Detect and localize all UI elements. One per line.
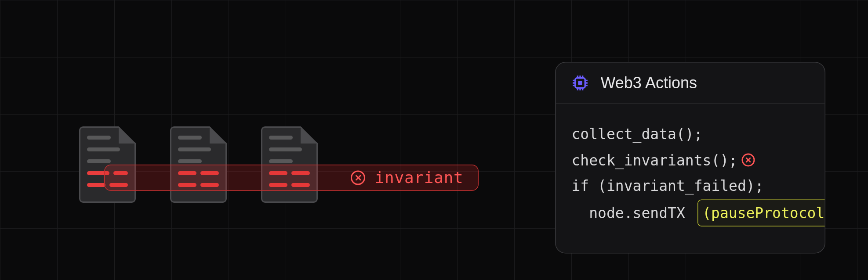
highlighted-code: (pauseProtocolTx) [698,199,825,226]
svg-rect-1 [578,81,582,85]
invariant-label: invariant [375,169,464,187]
panel-title: Web3 Actions [601,74,697,92]
error-x-icon [741,154,755,167]
code-text: check_invariants(); [572,147,738,173]
code-line: if (invariant_failed); [572,173,809,199]
error-x-icon [351,171,366,185]
web3-actions-panel: Web3 Actions collect_data(); check_invar… [555,62,825,254]
panel-header: Web3 Actions [556,63,825,104]
code-text: if (invariant_failed); [572,173,764,199]
code-line: check_invariants(); [572,147,809,173]
code-text: collect_data(); [572,121,703,147]
invariant-error-bar: invariant [104,165,479,191]
code-text: node.sendTX [572,200,694,226]
code-line: node.sendTX (pauseProtocolTx); [572,199,809,226]
panel-code-body: collect_data(); check_invariants(); if (… [556,104,825,253]
diagram-content: invariant Web3 Actions collect_data(); c… [0,0,868,280]
cpu-chip-icon [570,73,590,93]
code-line: collect_data(); [572,121,809,147]
